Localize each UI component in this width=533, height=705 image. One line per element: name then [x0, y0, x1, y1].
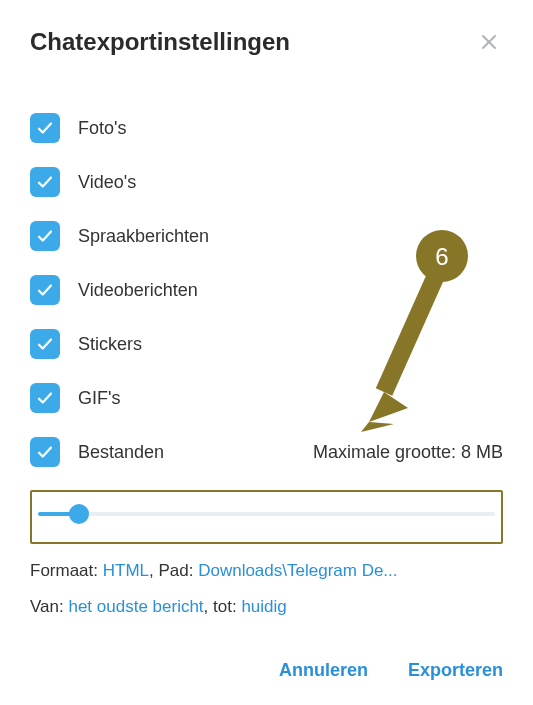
options-list: Foto's Video's Spraakberichten Videoberi…: [30, 104, 503, 476]
option-stickers: Stickers: [30, 320, 503, 368]
range-to-prefix: , tot:: [204, 597, 242, 616]
check-icon: [36, 443, 54, 461]
dialog-title: Chatexportinstellingen: [30, 28, 290, 56]
checkbox-files[interactable]: [30, 437, 60, 467]
format-path-row: Formaat: HTML, Pad: Downloads\Telegram D…: [30, 558, 503, 584]
check-icon: [36, 281, 54, 299]
check-icon: [36, 227, 54, 245]
option-photos: Foto's: [30, 104, 503, 152]
check-icon: [36, 389, 54, 407]
range-row: Van: het oudste bericht, tot: huidig: [30, 594, 503, 620]
dialog-footer: Annuleren Exporteren: [279, 660, 503, 681]
option-label: Videoberichten: [78, 280, 198, 301]
range-from-link[interactable]: het oudste bericht: [68, 597, 203, 616]
option-label: Video's: [78, 172, 136, 193]
check-icon: [36, 119, 54, 137]
export-button[interactable]: Exporteren: [408, 660, 503, 681]
export-info: Formaat: HTML, Pad: Downloads\Telegram D…: [30, 558, 503, 619]
range-to-link[interactable]: huidig: [241, 597, 286, 616]
option-voice-messages: Spraakberichten: [30, 212, 503, 260]
size-slider-highlight: [30, 490, 503, 544]
range-from-prefix: Van:: [30, 597, 68, 616]
option-label: Bestanden: [78, 442, 164, 463]
path-prefix: , Pad:: [149, 561, 198, 580]
option-label: Stickers: [78, 334, 142, 355]
checkbox-stickers[interactable]: [30, 329, 60, 359]
format-prefix: Formaat:: [30, 561, 103, 580]
option-label: Spraakberichten: [78, 226, 209, 247]
dialog-header: Chatexportinstellingen: [30, 28, 503, 56]
option-label: Foto's: [78, 118, 126, 139]
path-link[interactable]: Downloads\Telegram De...: [198, 561, 397, 580]
option-files: Bestanden Maximale grootte: 8 MB: [30, 428, 503, 476]
export-settings-dialog: Chatexportinstellingen Foto's Video's: [0, 0, 533, 705]
option-videos: Video's: [30, 158, 503, 206]
option-gifs: GIF's: [30, 374, 503, 422]
checkbox-video-messages[interactable]: [30, 275, 60, 305]
checkbox-photos[interactable]: [30, 113, 60, 143]
checkbox-voice-messages[interactable]: [30, 221, 60, 251]
checkbox-gifs[interactable]: [30, 383, 60, 413]
close-button[interactable]: [475, 28, 503, 56]
option-label: GIF's: [78, 388, 120, 409]
close-icon: [480, 33, 498, 51]
size-slider-thumb[interactable]: [69, 504, 89, 524]
check-icon: [36, 173, 54, 191]
checkbox-videos[interactable]: [30, 167, 60, 197]
check-icon: [36, 335, 54, 353]
cancel-button[interactable]: Annuleren: [279, 660, 368, 681]
format-link[interactable]: HTML: [103, 561, 149, 580]
max-size-label: Maximale grootte: 8 MB: [313, 442, 503, 463]
size-slider[interactable]: [38, 512, 495, 516]
option-video-messages: Videoberichten: [30, 266, 503, 314]
